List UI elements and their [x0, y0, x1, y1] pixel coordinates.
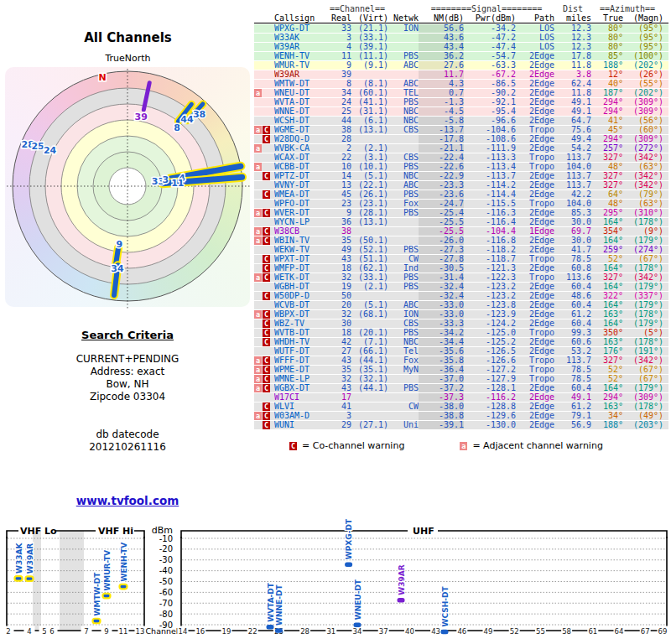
cell-azimuth-true: 327° [591, 181, 623, 190]
tvfool-link[interactable]: www.tvfool.com [44, 494, 211, 507]
cell-real-channel: 8 [326, 80, 351, 88]
cell-azimuth-true: 12° [591, 70, 623, 79]
cell-miles: 12.3 [554, 34, 591, 42]
warning-flags: C [254, 338, 274, 346]
cell-network [388, 135, 419, 143]
table-row: CWLVI41CW-38.0-128.82Edge61.2163°(178°) [254, 402, 668, 412]
cell-virtual-channel: (52.1) [351, 246, 388, 254]
table-row: aCWVER-DT9(28.1)PBS-25.4-116.32Edge85.32… [254, 209, 668, 218]
cell-power: -95.4 [464, 107, 516, 116]
cell-azimuth-magnetic: (202°) [623, 61, 663, 70]
cell-azimuth-true: 257° [591, 144, 623, 153]
cell-power: -96.6 [464, 117, 516, 125]
radar-channel-label: 3 [162, 174, 169, 185]
cell-path: 2Edge [516, 190, 554, 199]
cell-azimuth-magnetic: (100°) [623, 52, 663, 60]
cell-noise-margin: -1.3 [419, 98, 464, 106]
cell-callsign: WVTA-DT [274, 98, 326, 106]
cell-path: LOS [516, 24, 554, 33]
warning-flags [254, 24, 274, 33]
db-datecode-label: db datecode [27, 428, 228, 441]
cell-power: -108.6 [464, 135, 516, 143]
channel-tick-label: 19 [222, 627, 231, 636]
cell-real-channel: 28 [326, 135, 351, 143]
cell-power: -125.2 [464, 338, 516, 346]
cell-miles: 64.7 [554, 117, 591, 125]
cell-virtual-channel [351, 70, 388, 79]
cell-path: Tropo [516, 200, 554, 208]
table-row: WCAX-DT22(3.1)CBS-22.4-113.3Tropo113.732… [254, 153, 668, 163]
cell-callsign: W38CB [274, 227, 326, 236]
adjacent-warning-icon: a [254, 412, 262, 420]
cell-network: PBS [388, 273, 419, 282]
cell-azimuth-true: 176° [591, 347, 623, 356]
table-row: WPFO-DT23(23.1)Fox-24.7-115.5Tropo104.04… [254, 200, 668, 209]
table-row: CWPXT-DT43(51.1)CW-27.8-118.7Tropo78.552… [254, 255, 668, 264]
cell-azimuth-true: 187° [591, 89, 623, 97]
cell-network: PBS [388, 329, 419, 337]
adjacent-warning-icon: a [254, 144, 262, 153]
dbm-tick-label: -10 [159, 534, 173, 543]
cell-network: ABC [388, 301, 419, 309]
cell-callsign: WCAX-DT [274, 153, 326, 162]
cell-path: 2Edge [516, 319, 554, 328]
cell-virtual-channel [351, 402, 388, 411]
cell-real-channel: 45 [326, 190, 351, 199]
cell-real-channel: 25 [326, 107, 351, 116]
channel-tick-label: 46 [457, 627, 466, 636]
cell-azimuth-magnetic: (178°) [623, 310, 663, 319]
cell-callsign: WENH-TV [274, 52, 326, 60]
cell-azimuth-true: 294° [591, 135, 623, 143]
cell-azimuth-true: 41° [591, 117, 623, 125]
cell-azimuth-magnetic: (9°) [623, 227, 663, 236]
cell-azimuth-true: 80° [591, 43, 623, 51]
signal-marker [398, 598, 405, 603]
cell-callsign: WCVB-DT [274, 301, 326, 309]
col-miles: miles [554, 13, 591, 23]
cell-noise-margin: -32.4 [419, 283, 464, 291]
co-channel-warning-icon: C [263, 338, 270, 346]
table-row: aWNEU-DT34(60.1)TEL0.7-90.22Edge11.8187°… [254, 89, 668, 98]
cell-path: 2Edge [516, 144, 554, 153]
warning-flags [254, 181, 274, 190]
cell-callsign: WBIN-TV [274, 236, 326, 245]
col-netwk: Netwk [388, 13, 419, 23]
warning-flags: aC [254, 412, 274, 420]
cell-power: -123.9 [464, 310, 516, 319]
cell-virtual-channel: (22.1) [351, 181, 388, 190]
cell-azimuth-magnetic: (342°) [623, 273, 663, 282]
cell-miles: 104.0 [554, 200, 591, 208]
warning-flags [254, 347, 274, 356]
search-zip: Zipcode 03304 [27, 391, 228, 403]
radar-channel-label: 34 [111, 263, 124, 274]
cell-power: -114.2 [464, 181, 516, 190]
search-criteria-heading: Search Criteria [27, 329, 228, 341]
cell-miles: 42.2 [554, 190, 591, 199]
cell-azimuth-true: 52° [591, 375, 623, 383]
cell-miles: 56.9 [554, 421, 591, 429]
cell-noise-margin: -4.5 [419, 107, 464, 116]
table-row: WNNE-DT25(31.1)NBC-4.5-95.42Edge49.1294°… [254, 107, 668, 117]
cell-azimuth-magnetic: (309°) [623, 393, 663, 402]
channel-tick-label: 28 [300, 627, 309, 636]
cell-azimuth-true: 64° [591, 190, 623, 199]
cell-virtual-channel: (62.1) [351, 264, 388, 273]
cell-network: Fox [388, 356, 419, 365]
cell-azimuth-magnetic: (309°) [623, 98, 663, 106]
cell-miles: 60.4 [554, 319, 591, 328]
cell-network: NBC [388, 338, 419, 346]
cell-azimuth-true: 48° [591, 163, 623, 171]
cell-virtual-channel: (44.1) [351, 356, 388, 365]
cell-miles: 30.0 [554, 218, 591, 226]
dbm-tick-label: -40 [159, 566, 173, 575]
cell-azimuth-true: 80° [591, 34, 623, 42]
table-row: WEKW-TV49(52.1)PBS-27.3-118.22Edge41.725… [254, 246, 668, 255]
cell-path: 2Edge [516, 135, 554, 143]
adjacent-warning-icon: a [254, 366, 262, 374]
cell-virtual-channel: (35.1) [351, 366, 388, 374]
table-row: CW28DQ-D28-17.8-108.62Edge49.4294°(309°) [254, 135, 668, 144]
cell-miles: 60.4 [554, 283, 591, 291]
cell-noise-margin: -34.2 [419, 329, 464, 337]
cell-azimuth-magnetic: (337°) [623, 292, 663, 300]
cell-azimuth-magnetic: (26°) [623, 70, 663, 79]
